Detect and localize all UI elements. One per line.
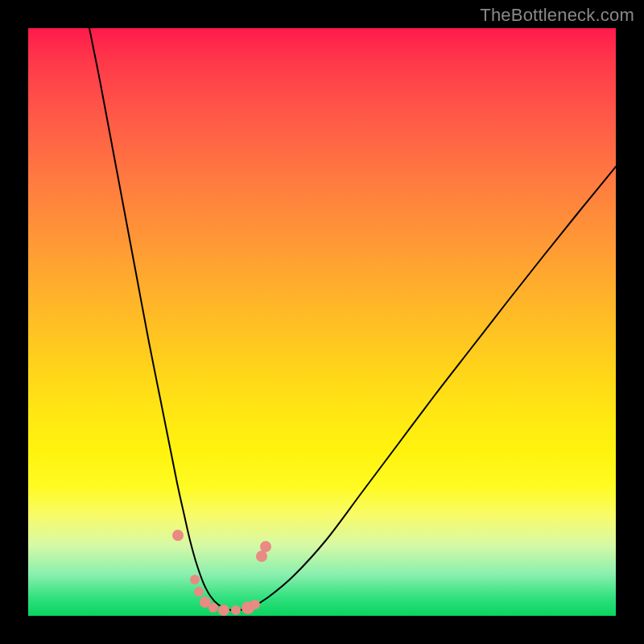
watermark-text: TheBottleneck.com xyxy=(480,5,634,26)
data-point xyxy=(250,600,260,609)
data-point xyxy=(194,587,204,597)
plot-area xyxy=(28,28,616,616)
chart-svg xyxy=(28,28,616,616)
bottleneck-curve xyxy=(89,28,616,610)
data-point xyxy=(172,530,184,541)
data-point xyxy=(218,605,229,616)
data-point xyxy=(260,541,271,552)
marker-layer xyxy=(172,530,271,616)
data-point xyxy=(190,575,200,584)
data-point xyxy=(256,551,267,562)
chart-frame: TheBottleneck.com xyxy=(0,0,644,644)
data-point xyxy=(208,603,218,613)
data-point xyxy=(231,605,241,615)
